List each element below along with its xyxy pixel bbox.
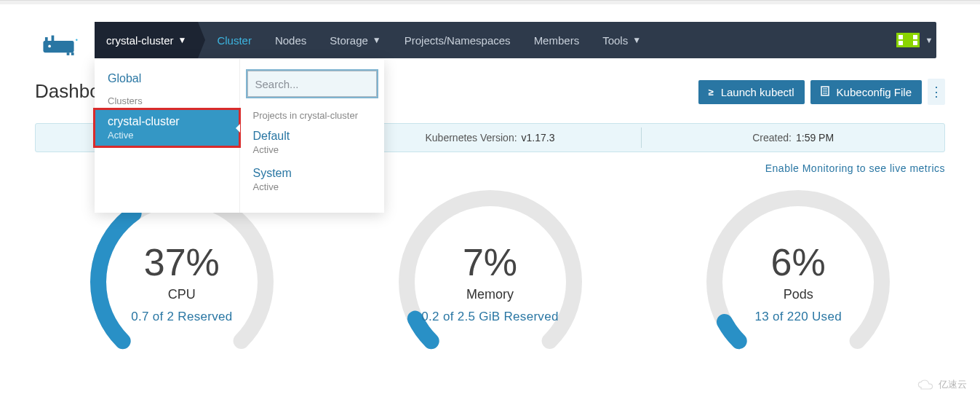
svg-point-6 [76, 39, 77, 41]
dropdown-global-link[interactable]: Global [95, 69, 239, 88]
nav-members[interactable]: Members [522, 22, 591, 58]
svg-rect-4 [67, 52, 70, 55]
avatar-icon [896, 33, 920, 47]
dropdown-project-item[interactable]: System Active [240, 161, 385, 198]
memory-detail: 0.2 of 2.5 GiB Reserved [421, 310, 558, 324]
nav-storage[interactable]: Storage ▼ [318, 22, 392, 58]
kubeconfig-button[interactable]: Kubeconfig File [810, 80, 922, 104]
nav-cluster[interactable]: Cluster [205, 22, 263, 58]
created-info: Created:1:59 PM [642, 132, 944, 144]
chevron-down-icon: ▼ [373, 35, 381, 45]
file-icon [821, 86, 829, 98]
memory-gauge: 7% Memory 0.2 of 2.5 GiB Reserved [343, 187, 637, 377]
svg-rect-2 [52, 36, 55, 42]
breadcrumb-arrow [198, 22, 205, 58]
cpu-label: CPU [168, 287, 196, 302]
cluster-dropdown: Global Clusters crystal-cluster Active P… [95, 59, 384, 213]
dropdown-projects-header: Projects in crystal-cluster [240, 103, 385, 124]
dropdown-cluster-name: crystal-cluster [108, 115, 226, 128]
cpu-gauge: 37% CPU 0.7 of 2 Reserved [35, 187, 329, 377]
dropdown-search-input[interactable] [247, 71, 378, 97]
nav-projects[interactable]: Projects/Namespaces [393, 22, 522, 58]
dropdown-project-status: Active [253, 144, 372, 155]
dropdown-cluster-item[interactable]: crystal-cluster Active [95, 109, 239, 146]
top-navbar: crystal-cluster ▼ Cluster Nodes Storage … [95, 22, 936, 58]
kubernetes-version-info: Kubernetes Version:v1.17.3 [339, 132, 642, 144]
launch-kubectl-button[interactable]: ≥ Launch kubectl [698, 80, 805, 104]
svg-rect-0 [43, 41, 73, 52]
dropdown-project-name: System [253, 167, 372, 180]
more-actions-button[interactable]: ⋮ [928, 79, 945, 105]
user-menu[interactable]: ▼ [893, 33, 936, 47]
pods-percent: 6% [771, 240, 826, 284]
chevron-down-icon: ▼ [632, 35, 641, 45]
svg-rect-1 [45, 37, 48, 42]
memory-label: Memory [466, 287, 514, 302]
nav-nodes[interactable]: Nodes [263, 22, 318, 58]
dropdown-project-item[interactable]: Default Active [240, 124, 385, 161]
nav-tools[interactable]: Tools ▼ [591, 22, 653, 58]
pods-label: Pods [784, 287, 813, 302]
rancher-logo[interactable] [35, 26, 86, 63]
cluster-selector-label: crystal-cluster [106, 34, 174, 47]
dropdown-project-status: Active [253, 181, 372, 192]
dropdown-cluster-status: Active [108, 130, 226, 141]
chevron-down-icon: ▼ [925, 36, 933, 44]
svg-point-3 [48, 45, 51, 48]
pods-detail: 13 of 220 Used [754, 310, 842, 324]
cpu-detail: 0.7 of 2 Reserved [131, 310, 232, 324]
svg-rect-5 [71, 52, 74, 55]
cpu-percent: 37% [144, 240, 220, 284]
pods-gauge: 6% Pods 13 of 220 Used [651, 187, 945, 377]
dropdown-clusters-header: Clusters [95, 88, 239, 109]
chevron-down-icon: ▼ [178, 35, 187, 45]
dropdown-project-name: Default [253, 130, 372, 143]
memory-percent: 7% [463, 240, 517, 284]
kebab-icon: ⋮ [930, 84, 943, 100]
terminal-icon: ≥ [709, 87, 714, 98]
cluster-selector[interactable]: crystal-cluster ▼ [95, 22, 198, 58]
